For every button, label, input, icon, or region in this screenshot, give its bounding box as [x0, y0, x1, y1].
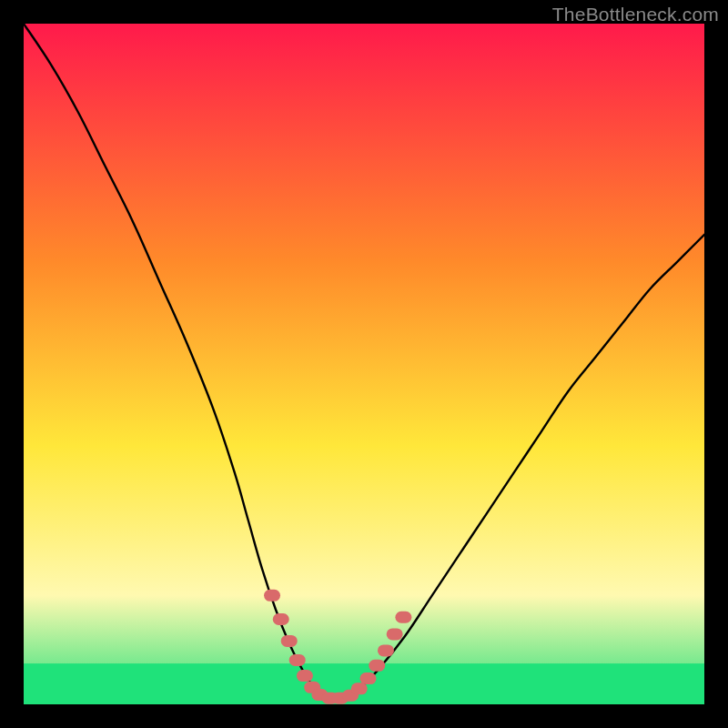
chart-frame	[24, 24, 704, 704]
marker-dot	[395, 612, 411, 623]
marker-dot	[281, 635, 298, 647]
marker-dot	[351, 682, 368, 694]
marker-dot	[359, 672, 376, 684]
marker-dot	[273, 613, 289, 625]
marker-dot	[378, 644, 394, 656]
marker-dot	[369, 660, 385, 672]
bottleneck-chart	[24, 24, 704, 704]
marker-dot	[264, 590, 280, 602]
marker-dot	[289, 654, 306, 666]
marker-dot	[297, 670, 313, 682]
gradient-background	[24, 24, 704, 704]
watermark-text: TheBottleneck.com	[552, 4, 719, 25]
marker-dot	[387, 628, 403, 640]
